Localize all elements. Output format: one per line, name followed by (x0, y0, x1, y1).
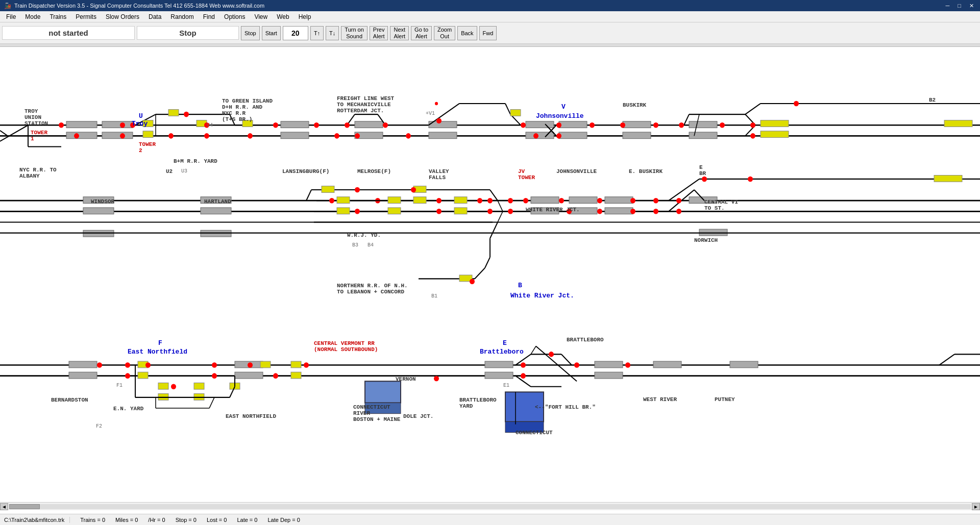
turn-on-sound-button[interactable]: Turn on Sound (341, 26, 368, 40)
bernardston-label: BERNARDSTON (51, 397, 88, 403)
east-northfield-name: East Northfield (128, 348, 187, 356)
speed-input[interactable] (283, 26, 308, 40)
svg-point-28 (248, 133, 253, 139)
svg-rect-107 (388, 208, 401, 214)
svg-point-114 (355, 209, 360, 214)
svg-line-194 (209, 397, 214, 408)
titlebar-controls[interactable]: ─ □ ✕ (944, 3, 976, 9)
stop-button[interactable]: Stop (241, 26, 260, 40)
close-button[interactable]: ✕ (967, 3, 976, 9)
svg-point-185 (248, 362, 253, 368)
svg-rect-172 (194, 383, 204, 389)
windsor-label: WINDSOR (91, 198, 114, 205)
svg-rect-69 (689, 121, 717, 128)
scroll-right-button[interactable]: ▸ (972, 503, 980, 510)
svg-rect-217 (730, 361, 758, 368)
svg-point-117 (436, 209, 442, 214)
svg-point-121 (508, 198, 513, 204)
horizontal-scrollbar[interactable]: ◂ ▸ (0, 502, 980, 510)
brattleboro-name: Brattleboro (480, 348, 524, 356)
svg-point-135 (630, 209, 635, 214)
zoom-out-button[interactable]: Zoom Out (434, 26, 455, 40)
svg-rect-57 (559, 121, 587, 128)
prev-alert-button[interactable]: Prev Alert (370, 26, 388, 40)
svg-point-178 (97, 362, 102, 368)
svg-line-207 (531, 346, 536, 355)
maximize-button[interactable]: □ (955, 3, 963, 9)
status-miles: Miles = 0 (115, 517, 138, 523)
b3-label: B3 (352, 242, 358, 248)
svg-point-62 (556, 133, 561, 139)
svg-rect-6 (102, 121, 133, 128)
menu-file[interactable]: File (2, 12, 20, 21)
svg-rect-103 (322, 186, 334, 193)
menu-options[interactable]: Options (220, 12, 249, 21)
svg-point-17 (120, 122, 125, 128)
svg-rect-85 (944, 120, 972, 127)
svg-point-212 (574, 362, 579, 368)
u4-label: U4 (207, 122, 213, 128)
svg-point-75 (720, 122, 725, 128)
menu-slow-orders[interactable]: Slow Orders (102, 12, 143, 21)
status-not-started: not started (2, 26, 135, 40)
svg-point-182 (171, 384, 176, 390)
go-to-alert-button[interactable]: Go to Alert (411, 26, 432, 40)
menu-help[interactable]: Help (295, 12, 315, 21)
svg-rect-129 (605, 208, 633, 214)
svg-rect-104 (337, 197, 350, 204)
minimize-button[interactable]: ─ (944, 3, 952, 9)
svg-line-76 (745, 104, 761, 114)
main-canvas[interactable]: TROYUNIONSTATION TOWER1 TOWER2 U Troy TO… (0, 47, 980, 521)
b1-label: B1 (431, 293, 437, 299)
menu-random[interactable]: Random (166, 12, 198, 21)
svg-point-187 (304, 362, 309, 368)
svg-point-20 (168, 133, 174, 139)
v1-label: +V1 (426, 111, 435, 116)
fwd-button[interactable]: Fwd (479, 26, 497, 40)
menu-trains[interactable]: Trains (45, 12, 70, 21)
svg-rect-30 (281, 121, 309, 128)
menu-view[interactable]: View (250, 12, 272, 21)
white-river-jct-label: WHITE RIVER JCT. (526, 207, 580, 213)
svg-point-74 (679, 122, 684, 128)
b2-label: B2 (929, 97, 936, 103)
back-button[interactable]: Back (457, 26, 477, 40)
northern-rr-label: NORTHERN R.R. OF N.H.TO LEBANON + CONCOR… (337, 283, 408, 295)
svg-rect-80 (761, 120, 789, 127)
johnsonville-name: Johnsonville (536, 112, 584, 120)
menu-data[interactable]: Data (144, 12, 165, 21)
brattleboro-station-label: BRATTLEBORO (567, 337, 604, 343)
next-alert-button[interactable]: Next Alert (390, 26, 409, 40)
svg-rect-170 (158, 383, 168, 389)
scroll-left-button[interactable]: ◂ (0, 503, 8, 510)
scroll-thumb[interactable] (9, 504, 40, 509)
svg-line-47 (505, 104, 510, 114)
menu-permits[interactable]: Permits (71, 12, 101, 21)
svg-line-159 (490, 222, 498, 238)
e-buskirk-label: E. BUSKIRK (629, 168, 663, 174)
svg-rect-165 (69, 372, 97, 379)
menu-web[interactable]: Web (273, 12, 293, 21)
svg-point-23 (204, 133, 209, 139)
svg-point-118 (477, 198, 482, 204)
status-file: C:\Train2\ab&mfitcon.trk (4, 517, 70, 523)
scroll-track[interactable] (9, 504, 971, 509)
menu-find[interactable]: Find (199, 12, 219, 21)
to-green-island-label: TO GREEN ISLANDD+H R.R. ANDNYC R.R(T+S B… (222, 98, 273, 122)
start-button[interactable]: Start (262, 26, 281, 40)
menubar: File Mode Trains Permits Slow Orders Dat… (0, 11, 980, 22)
t-down-button[interactable]: T↓ (326, 26, 339, 40)
menu-mode[interactable]: Mode (21, 12, 44, 21)
svg-point-147 (748, 177, 753, 182)
svg-rect-106 (388, 197, 401, 204)
svg-point-120 (487, 209, 493, 214)
brattleboro-yard-label: BRATTLEBOROYARD (459, 397, 497, 409)
svg-point-215 (625, 362, 630, 368)
svg-rect-214 (595, 372, 623, 379)
tower2-label: TOWER2 (139, 141, 156, 154)
svg-point-122 (508, 209, 513, 214)
svg-point-211 (549, 352, 554, 357)
t-up-button[interactable]: T↑ (310, 26, 324, 40)
u3-label: U3 (181, 168, 187, 174)
en-yard-label: E.N. YARD (113, 406, 143, 412)
